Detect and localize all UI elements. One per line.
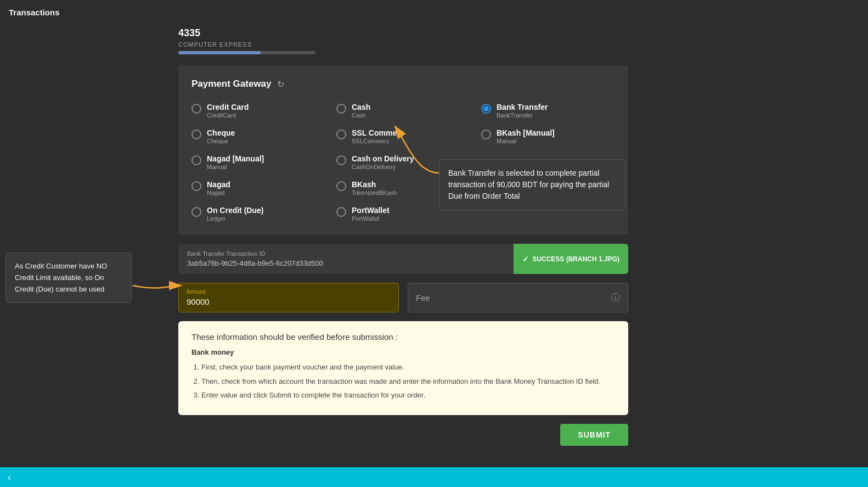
progress-bar bbox=[178, 51, 315, 54]
method-info-portwallet: PortWallet PortWallet bbox=[352, 206, 390, 222]
radio-bkash[interactable] bbox=[336, 181, 346, 191]
gateway-title: Payment Gateway bbox=[191, 79, 272, 89]
refresh-icon[interactable]: ↻ bbox=[277, 79, 284, 89]
gateway-header: Payment Gateway ↻ bbox=[191, 79, 615, 89]
radio-nagad[interactable] bbox=[191, 181, 201, 191]
success-label: SUCCESS (BRANCH 1.JPG) bbox=[532, 255, 619, 263]
payment-method-ssl[interactable]: SSL Commerz SSLCommerz bbox=[336, 128, 470, 144]
method-label-nagad-manual: Nagad [Manual] bbox=[207, 154, 264, 163]
method-sublabel-credit-card: CreditCard bbox=[207, 112, 249, 119]
method-info-ssl: SSL Commerz SSLCommerz bbox=[352, 128, 404, 144]
info-panel-title: These information should be verified bef… bbox=[191, 332, 615, 342]
transaction-id-field: Bank Transfer Transaction ID 3ab5a76b-9b… bbox=[178, 244, 514, 274]
method-sublabel-bkash: TokenizedBKash bbox=[352, 189, 397, 196]
fee-label: Fee bbox=[416, 293, 430, 303]
main-content: 4335 COMPUTER EXPRESS Payment Gateway ↻ … bbox=[178, 27, 628, 446]
method-info-credit-card: Credit Card CreditCard bbox=[207, 103, 249, 119]
method-info-cheque: Cheque Cheque bbox=[207, 128, 235, 144]
radio-ssl[interactable] bbox=[336, 130, 346, 139]
order-id: 4335 bbox=[178, 27, 628, 39]
method-sublabel-ssl: SSLCommerz bbox=[352, 138, 404, 144]
fee-field[interactable]: Fee ⓘ bbox=[408, 283, 628, 312]
company-name: COMPUTER EXPRESS bbox=[178, 41, 628, 48]
method-sublabel-cheque: Cheque bbox=[207, 138, 235, 144]
method-info-on-credit: On Credit (Due) Ledger bbox=[207, 206, 263, 222]
payment-method-credit-card[interactable]: Credit Card CreditCard bbox=[191, 103, 325, 119]
payment-method-bank-transfer[interactable]: Bank Transfer BankTransfer bbox=[481, 103, 615, 119]
payment-method-cash[interactable]: Cash Cash bbox=[336, 103, 470, 119]
method-info-nagad-manual: Nagad [Manual] Manual bbox=[207, 154, 264, 170]
method-info-bkash: BKash TokenizedBKash bbox=[352, 180, 397, 196]
method-sublabel-nagad: Nagad bbox=[207, 189, 230, 196]
payment-method-on-credit[interactable]: On Credit (Due) Ledger bbox=[191, 206, 325, 222]
transaction-id-value: 3ab5a76b-9b25-4d8a-b9e5-6c207d33d500 bbox=[187, 259, 505, 267]
payment-method-cheque[interactable]: Cheque Cheque bbox=[191, 128, 325, 144]
method-label-bank-transfer: Bank Transfer bbox=[497, 103, 548, 111]
radio-credit-card[interactable] bbox=[191, 104, 201, 114]
method-label-bkash: BKash bbox=[352, 180, 397, 189]
submit-button[interactable]: SUBMIT bbox=[560, 424, 628, 446]
amount-field[interactable]: Amount 90000 bbox=[178, 283, 399, 312]
method-label-portwallet: PortWallet bbox=[352, 206, 390, 215]
callout-right: Bank Transfer is selected to complete pa… bbox=[439, 159, 625, 210]
checkmark-icon: ✓ bbox=[522, 255, 529, 264]
info-panel-list: First, check your bank payment voucher a… bbox=[191, 362, 615, 401]
method-sublabel-nagad-manual: Manual bbox=[207, 164, 264, 170]
method-label-bkash-manual: BKash [Manual] bbox=[497, 128, 555, 137]
info-panel-subtitle: Bank money bbox=[191, 348, 615, 356]
method-sublabel-cod: CashOnDelivery bbox=[352, 164, 414, 170]
info-icon: ⓘ bbox=[611, 292, 620, 304]
payment-method-nagad-manual[interactable]: Nagad [Manual] Manual bbox=[191, 154, 325, 170]
method-sublabel-on-credit: Ledger bbox=[207, 215, 263, 222]
method-label-cheque: Cheque bbox=[207, 128, 235, 137]
info-panel-item-3: Enter value and click Submit to complete… bbox=[201, 390, 615, 401]
transaction-id-label: Bank Transfer Transaction ID bbox=[187, 250, 505, 257]
radio-inner-bank-transfer bbox=[483, 106, 489, 111]
radio-cod[interactable] bbox=[336, 155, 346, 165]
bottom-bar: ‹ bbox=[0, 467, 868, 487]
page-title: Transactions bbox=[9, 8, 60, 17]
chevron-left-icon[interactable]: ‹ bbox=[8, 472, 11, 483]
method-sublabel-cash: Cash bbox=[352, 112, 370, 119]
payment-method-nagad[interactable]: Nagad Nagad bbox=[191, 180, 325, 196]
method-label-cod: Cash on Delivery bbox=[352, 154, 414, 163]
submit-row: SUBMIT bbox=[178, 424, 628, 446]
radio-nagad-manual[interactable] bbox=[191, 155, 201, 165]
callout-left: As Credit Customer have NO Credit Limit … bbox=[5, 253, 132, 303]
radio-bank-transfer[interactable] bbox=[481, 104, 491, 114]
method-info-bank-transfer: Bank Transfer BankTransfer bbox=[497, 103, 548, 119]
method-info-bkash-manual: BKash [Manual] Manual bbox=[497, 128, 555, 144]
method-label-credit-card: Credit Card bbox=[207, 103, 249, 111]
method-info-cash: Cash Cash bbox=[352, 103, 370, 119]
amount-value: 90000 bbox=[187, 297, 391, 306]
amount-fee-row: Amount 90000 Fee ⓘ bbox=[178, 283, 628, 312]
payment-method-bkash-manual[interactable]: BKash [Manual] Manual bbox=[481, 128, 615, 144]
method-label-cash: Cash bbox=[352, 103, 370, 111]
progress-bar-fill bbox=[178, 51, 261, 54]
transaction-id-section: Bank Transfer Transaction ID 3ab5a76b-9b… bbox=[178, 244, 628, 274]
amount-label: Amount bbox=[187, 289, 391, 295]
method-info-cod: Cash on Delivery CashOnDelivery bbox=[352, 154, 414, 170]
method-info-nagad: Nagad Nagad bbox=[207, 180, 230, 196]
radio-cash[interactable] bbox=[336, 104, 346, 114]
info-panel: These information should be verified bef… bbox=[178, 321, 628, 415]
info-panel-item-1: First, check your bank payment voucher a… bbox=[201, 362, 615, 373]
method-sublabel-portwallet: PortWallet bbox=[352, 215, 390, 222]
radio-on-credit[interactable] bbox=[191, 207, 201, 217]
method-label-nagad: Nagad bbox=[207, 180, 230, 189]
method-sublabel-bank-transfer: BankTransfer bbox=[497, 112, 548, 119]
radio-cheque[interactable] bbox=[191, 130, 201, 139]
radio-portwallet[interactable] bbox=[336, 207, 346, 217]
method-label-on-credit: On Credit (Due) bbox=[207, 206, 263, 215]
method-sublabel-bkash-manual: Manual bbox=[497, 138, 555, 144]
info-panel-item-2: Then, check from which account the trans… bbox=[201, 376, 615, 387]
method-label-ssl: SSL Commerz bbox=[352, 128, 404, 137]
radio-bkash-manual[interactable] bbox=[481, 130, 491, 139]
success-button[interactable]: ✓ SUCCESS (BRANCH 1.JPG) bbox=[514, 244, 628, 274]
